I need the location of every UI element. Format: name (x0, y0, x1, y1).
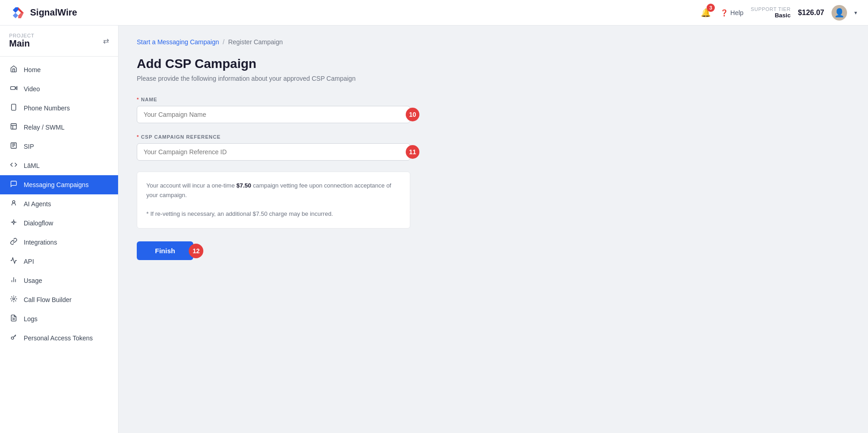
sidebar-item-dialogflow[interactable]: Dialogflow (0, 214, 118, 233)
sidebar-item-integrations[interactable]: Integrations (0, 233, 118, 252)
sidebar-item-label-relay-swml: Relay / SWML (24, 124, 64, 131)
main-content: Start a Messaging Campaign / Register Ca… (119, 26, 868, 433)
usage-icon (9, 276, 18, 285)
sip-icon (9, 142, 18, 151)
csp-label: *CSP CAMPAIGN REFERENCE (137, 134, 410, 140)
notification-bell[interactable]: 🔔 3 (698, 5, 713, 20)
support-tier: SUPPORT TIER Basic (751, 6, 790, 19)
help-circle-icon: ❓ (720, 9, 728, 16)
api-icon (9, 257, 18, 266)
call-flow-builder-icon (9, 295, 18, 304)
chevron-down-icon[interactable]: ▾ (854, 10, 857, 16)
sidebar-item-messaging-campaigns[interactable]: Messaging Campaigns (0, 175, 118, 194)
sidebar-item-label-personal-access-tokens: Personal Access Tokens (24, 334, 93, 342)
step-11-badge: 11 (406, 145, 419, 159)
support-tier-value: Basic (751, 12, 790, 19)
name-input-wrapper: 10 (137, 106, 410, 123)
step-10-badge: 10 (406, 108, 419, 121)
campaign-name-input[interactable] (137, 106, 410, 123)
csp-input-wrapper: 11 (137, 143, 410, 161)
project-name: Main (9, 38, 34, 49)
svg-line-26 (15, 335, 16, 336)
help-button[interactable]: ❓ Help (720, 9, 744, 16)
sidebar-item-label-call-flow-builder: Call Flow Builder (24, 296, 72, 303)
avatar[interactable]: 👤 (832, 5, 847, 21)
breadcrumb-current: Register Campaign (228, 38, 283, 46)
page-title: Add CSP Campaign (137, 57, 850, 71)
sidebar-item-label-laml: LāML (24, 162, 40, 169)
dialogflow-icon (9, 219, 18, 228)
laml-icon (9, 161, 18, 170)
logo-text: SignalWire (30, 7, 77, 18)
sidebar-item-api[interactable]: API (0, 252, 118, 271)
info-text-1: Your account will incur a one-time (146, 182, 237, 189)
sidebar-item-label-dialogflow: Dialogflow (24, 219, 53, 227)
info-note-text: * If re-vetting is necessary, an additio… (146, 209, 401, 219)
info-text-primary: Your account will incur a one-time $7.50… (146, 181, 401, 200)
svg-point-24 (11, 337, 14, 339)
home-icon (9, 65, 18, 74)
name-required-indicator: * (137, 97, 139, 102)
sidebar-header: Project Main ⇄ (0, 26, 118, 57)
sidebar-item-usage[interactable]: Usage (0, 271, 118, 290)
sidebar-item-home[interactable]: Home (0, 60, 118, 79)
topnav-right: 🔔 3 ❓ Help SUPPORT TIER Basic $126.07 👤 … (698, 5, 857, 21)
breadcrumb-link[interactable]: Start a Messaging Campaign (137, 38, 219, 46)
sidebar-item-label-messaging-campaigns: Messaging Campaigns (24, 181, 88, 188)
vetting-fee-info: Your account will incur a one-time $7.50… (137, 172, 410, 229)
csp-required-indicator: * (137, 134, 139, 140)
finish-button[interactable]: Finish (137, 241, 193, 260)
campaign-reference-input[interactable] (137, 143, 410, 161)
project-info: Project Main (9, 33, 34, 49)
sidebar-item-ai-agents[interactable]: AI Agents (0, 194, 118, 214)
support-tier-label: SUPPORT TIER (751, 6, 790, 12)
csp-campaign-form: *NAME 10 *CSP CAMPAIGN REFERENCE 11 (137, 97, 410, 260)
sidebar-item-label-phone-numbers: Phone Numbers (24, 104, 70, 112)
topnav-left: SignalWire (11, 5, 77, 20)
help-label: Help (730, 9, 744, 16)
topnav: SignalWire 🔔 3 ❓ Help SUPPORT TIER Basic… (0, 0, 868, 26)
sidebar-item-sip[interactable]: SIP (0, 137, 118, 156)
account-balance: $126.07 (798, 9, 824, 17)
sidebar-item-label-api: API (24, 258, 34, 265)
svg-rect-3 (11, 104, 16, 110)
signalwire-logo-icon (11, 5, 26, 20)
sidebar-item-logs[interactable]: Logs (0, 309, 118, 329)
sidebar-item-relay-swml[interactable]: Relay / SWML (0, 118, 118, 137)
relay-swml-icon (9, 123, 18, 132)
name-field-group: *NAME 10 (137, 97, 410, 123)
integrations-icon (9, 238, 18, 247)
messaging-campaigns-icon (9, 180, 18, 189)
project-label: Project (9, 33, 34, 38)
svg-line-27 (15, 336, 15, 336)
svg-point-21 (13, 298, 15, 300)
finish-button-wrapper: Finish 12 (137, 241, 193, 260)
sidebar-item-call-flow-builder[interactable]: Call Flow Builder (0, 290, 118, 309)
page-subtitle: Please provide the following information… (137, 75, 850, 82)
svg-rect-1 (10, 87, 15, 90)
csp-reference-field-group: *CSP CAMPAIGN REFERENCE 11 (137, 134, 410, 161)
sidebar-item-label-home: Home (24, 66, 41, 73)
notification-count: 3 (707, 4, 715, 12)
logs-icon (9, 314, 18, 323)
sidebar-item-laml[interactable]: LāML (0, 156, 118, 175)
sidebar-item-personal-access-tokens[interactable]: Personal Access Tokens (0, 329, 118, 348)
switch-project-icon[interactable]: ⇄ (103, 37, 109, 45)
svg-rect-5 (11, 124, 16, 129)
sidebar: Project Main ⇄ HomeVideoPhone NumbersRel… (0, 26, 119, 433)
sidebar-item-video[interactable]: Video (0, 79, 118, 99)
svg-point-12 (12, 201, 15, 203)
svg-point-13 (13, 221, 15, 223)
personal-access-tokens-icon (9, 334, 18, 343)
sidebar-item-label-video: Video (24, 85, 40, 93)
breadcrumb-separator: / (223, 38, 225, 46)
phone-numbers-icon (9, 104, 18, 113)
ai-agents-icon (9, 199, 18, 209)
sidebar-item-label-ai-agents: AI Agents (24, 200, 51, 208)
sidebar-item-label-integrations: Integrations (24, 239, 57, 246)
info-bold-amount: $7.50 (237, 182, 252, 189)
sidebar-nav: HomeVideoPhone NumbersRelay / SWMLSIPLāM… (0, 57, 118, 433)
sidebar-item-phone-numbers[interactable]: Phone Numbers (0, 99, 118, 118)
sidebar-item-label-usage: Usage (24, 277, 42, 284)
sidebar-item-label-logs: Logs (24, 315, 37, 323)
